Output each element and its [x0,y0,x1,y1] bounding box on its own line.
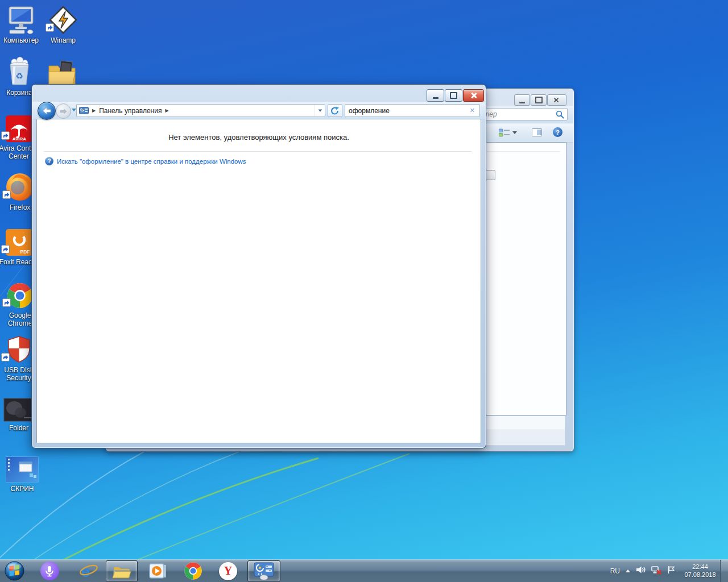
clock-date: 07.08.2018 [681,571,719,579]
address-bar[interactable]: ▶ Панель управления ▶ [76,104,325,117]
volume-icon[interactable] [636,566,646,576]
forward-arrow-icon [60,108,68,115]
folder-icon [113,564,131,579]
desktop-icon-winamp[interactable]: Winamp [44,3,82,44]
control-panel-mini-icon [79,107,89,114]
action-center-flag-icon[interactable] [667,566,676,576]
shortcut-arrow-icon [1,245,10,256]
clock[interactable]: 22:44 07.08.2018 [681,563,719,579]
svg-text:PDF: PDF [20,249,30,255]
start-button[interactable] [5,561,24,581]
shortcut-arrow-icon [1,353,10,364]
desktop-icon-label: Winamp [44,36,82,44]
taskbar-item-control-panel[interactable] [247,560,280,582]
desktop: Компьютер Winamp ♻ Корзина [0,0,728,582]
window-content: Нет элементов, удовлетворяющих условиям … [36,119,481,443]
change-view-button[interactable] [499,128,510,139]
help-search-row[interactable]: ? Искать "оформление" в центре справки и… [45,157,246,165]
help-search-link[interactable]: Искать "оформление" в центре справки и п… [57,158,246,165]
desktop-icon-skrin[interactable]: СКРИН [3,452,41,493]
clock-time: 22:44 [681,563,719,571]
show-hidden-icons-button[interactable] [626,569,630,572]
yandex-icon: Y [219,562,237,580]
forward-button[interactable] [56,103,71,119]
computer-icon [2,3,40,34]
recycle-bin-icon: ♻ [1,56,38,86]
clear-search-icon[interactable]: ✕ [465,107,479,114]
chevron-down-icon [318,109,322,111]
shortcut-arrow-icon [2,190,11,201]
maximize-button[interactable] [531,94,547,106]
photo-folder-icon [43,56,81,86]
taskbar-item-media-player[interactable] [148,562,167,580]
caption-buttons [427,89,484,102]
svg-text:AVIRA: AVIRA [12,136,26,142]
minimize-button[interactable] [427,89,444,102]
recent-pages-dropdown-icon[interactable] [72,109,76,111]
taskbar-item-voice-recorder[interactable] [40,562,59,580]
shortcut-arrow-icon [1,131,10,142]
svg-text:♻: ♻ [15,71,23,81]
control-panel-icon [254,562,274,580]
back-button[interactable] [38,102,56,120]
search-icon [556,110,564,120]
media-player-icon [148,563,167,580]
minimize-icon [519,102,525,103]
refresh-icon [330,106,340,115]
show-desktop-button[interactable] [720,560,728,582]
close-icon [553,97,560,103]
back-arrow-icon [42,107,51,115]
minimize-button[interactable] [514,94,530,106]
chrome-icon [184,562,202,580]
minimize-icon [433,97,439,99]
search-box[interactable]: ✕ [345,104,480,117]
maximize-button[interactable] [445,89,462,102]
desktop-icon-label: Компьютер [0,36,43,44]
internet-explorer-icon: e [79,562,98,580]
change-view-dropdown-icon[interactable] [512,131,517,134]
divider [44,151,471,152]
microphone-icon [40,562,59,580]
taskbar: e [0,559,728,582]
caption-buttons [514,94,566,106]
screenshot-thumbnail-icon [3,452,41,483]
desktop-icon-computer[interactable]: Компьютер [2,3,40,44]
breadcrumb-arrow-icon[interactable]: ▶ [92,108,96,113]
empty-results-message: Нет элементов, удовлетворяющих условиям … [37,133,481,142]
search-input[interactable] [345,107,465,115]
taskbar-item-internet-explorer[interactable]: e [79,562,98,580]
close-button[interactable] [547,94,566,106]
windows-orb-icon [5,561,24,581]
winamp-icon [44,3,82,34]
preview-pane-button[interactable] [532,128,543,139]
desktop-icon-label: СКРИН [3,485,41,493]
breadcrumb[interactable]: Панель управления [99,107,162,115]
language-indicator[interactable]: RU [610,567,620,575]
taskbar-item-yandex-browser[interactable]: Y [218,562,238,580]
network-error-icon[interactable] [651,566,661,577]
svg-text:e: e [81,563,90,580]
taskbar-item-explorer[interactable] [106,560,138,582]
taskbar-item-chrome[interactable] [183,562,202,580]
help-icon: ? [45,157,53,165]
maximize-icon [450,92,457,99]
question-mark-icon: ? [556,129,560,136]
close-icon [470,92,477,99]
shortcut-arrow-icon [2,298,11,309]
help-button[interactable]: ? [553,127,562,137]
shortcut-arrow-icon [46,23,54,34]
close-button[interactable] [463,89,484,102]
control-panel-window[interactable]: ▶ Панель управления ▶ ✕ Нет элементов, у… [31,84,486,448]
breadcrumb-arrow-icon[interactable]: ▶ [165,108,168,113]
maximize-icon [535,97,543,103]
address-dropdown-button[interactable] [315,105,325,117]
system-tray: RU 22:44 07.08.2018 [610,560,719,582]
refresh-button[interactable] [328,104,342,117]
